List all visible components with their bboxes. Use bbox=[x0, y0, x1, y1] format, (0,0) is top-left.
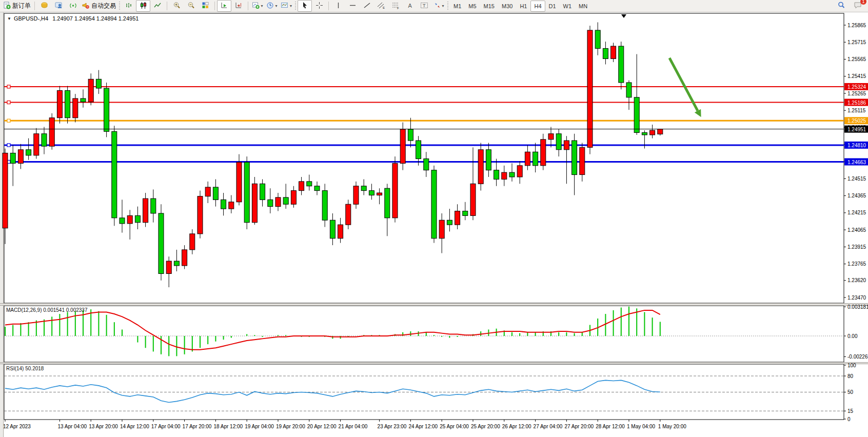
separator bbox=[34, 2, 35, 10]
fibonacci-button[interactable]: F bbox=[388, 0, 403, 12]
svg-text:1.24663: 1.24663 bbox=[847, 160, 866, 165]
chart-shift-icon bbox=[235, 2, 243, 11]
svg-text:27 Apr 20:00: 27 Apr 20:00 bbox=[564, 424, 594, 429]
svg-text:1.25715: 1.25715 bbox=[847, 39, 866, 45]
timeframe-m30[interactable]: M30 bbox=[498, 1, 516, 12]
svg-text:13 Apr 20:00: 13 Apr 20:00 bbox=[89, 424, 118, 429]
zoom-out-button[interactable] bbox=[184, 0, 198, 12]
line-chart-button[interactable] bbox=[150, 0, 165, 12]
timeframe-w1[interactable]: W1 bbox=[560, 1, 576, 12]
templates-button[interactable]: ▾ bbox=[279, 0, 293, 12]
autotrading-button[interactable]: 自动交易 bbox=[80, 0, 117, 12]
svg-text:100: 100 bbox=[847, 363, 856, 368]
zoom-in-icon bbox=[173, 2, 181, 11]
svg-text:1.24951: 1.24951 bbox=[847, 127, 866, 132]
timeframe-mn[interactable]: MN bbox=[575, 1, 591, 12]
vertical-line-icon bbox=[335, 2, 342, 11]
timeframe-m1[interactable]: M1 bbox=[450, 1, 465, 12]
chart-shift-button[interactable] bbox=[231, 0, 246, 12]
gold-package-button[interactable] bbox=[37, 0, 51, 12]
zoom-out-icon bbox=[187, 2, 195, 11]
main-toolbar: 新订单 自动交易 ▾ ▾ bbox=[0, 0, 868, 12]
autotrading-label: 自动交易 bbox=[91, 2, 116, 10]
arrows-icon bbox=[433, 2, 441, 11]
horizontal-line-button[interactable] bbox=[345, 0, 360, 12]
svg-text:1.25115: 1.25115 bbox=[847, 108, 866, 113]
new-order-icon bbox=[3, 2, 11, 11]
timeframe-m5[interactable]: M5 bbox=[465, 1, 480, 12]
svg-text:1.24065: 1.24065 bbox=[847, 227, 866, 233]
text-label-button[interactable]: T bbox=[417, 0, 431, 12]
chart-canvas[interactable]: 1.258651.257151.255651.254151.252651.251… bbox=[0, 12, 868, 437]
svg-text:1.24515: 1.24515 bbox=[847, 176, 866, 182]
auto-scroll-button[interactable] bbox=[217, 0, 231, 12]
new-order-button[interactable]: 新订单 bbox=[2, 0, 32, 12]
svg-text:1.25565: 1.25565 bbox=[847, 56, 866, 62]
chevron-down-icon[interactable]: ▼ bbox=[7, 16, 11, 21]
tester-button[interactable] bbox=[51, 0, 66, 12]
signal-icon bbox=[69, 2, 77, 11]
tile-windows-icon bbox=[202, 2, 209, 11]
timeframe-h4[interactable]: H4 bbox=[530, 1, 545, 12]
svg-text:14 Apr 12:00: 14 Apr 12:00 bbox=[120, 424, 149, 429]
tile-windows-button[interactable] bbox=[198, 0, 212, 12]
separator bbox=[248, 2, 248, 10]
svg-text:17 Apr 20:00: 17 Apr 20:00 bbox=[183, 424, 212, 429]
arrows-button[interactable]: ▾ bbox=[431, 0, 446, 12]
auto-scroll-icon bbox=[221, 2, 228, 11]
price-badge-1.25186: 1.25186 bbox=[844, 99, 868, 106]
price-badge-1.24951: 1.24951 bbox=[844, 126, 868, 133]
chevron-down-icon: ▾ bbox=[442, 4, 444, 8]
gold-package-icon bbox=[41, 2, 48, 11]
zoom-in-button[interactable] bbox=[169, 0, 184, 12]
candlestick-icon bbox=[140, 2, 147, 11]
bar-chart-button[interactable] bbox=[122, 0, 136, 12]
svg-text:23 Apr 23:00: 23 Apr 23:00 bbox=[378, 424, 407, 429]
indicators-icon bbox=[252, 2, 260, 11]
svg-text:1.23470: 1.23470 bbox=[847, 295, 866, 301]
crosshair-button[interactable] bbox=[312, 0, 326, 12]
svg-text:-0.00226: -0.00226 bbox=[847, 354, 868, 360]
price-badge-1.25324: 1.25324 bbox=[844, 83, 868, 90]
rsi-label: RSI(14) 50.2018 bbox=[6, 366, 44, 371]
main-price-pane[interactable] bbox=[4, 13, 844, 303]
candlestick-chart-button[interactable] bbox=[136, 0, 150, 12]
cursor-button[interactable] bbox=[298, 0, 312, 12]
svg-text:80: 80 bbox=[847, 373, 854, 379]
timeframe-m15[interactable]: M15 bbox=[480, 1, 498, 12]
chevron-down-icon: ▾ bbox=[275, 4, 277, 8]
svg-text:1 May 04:00: 1 May 04:00 bbox=[627, 424, 655, 429]
chart-ohlc-values: 1.24907 1.24954 1.24894 1.24951 bbox=[52, 15, 139, 22]
clock-icon bbox=[266, 2, 274, 11]
search-button[interactable] bbox=[834, 0, 849, 12]
signals-button[interactable] bbox=[66, 0, 80, 12]
toolbar-grip bbox=[447, 2, 448, 10]
toolbar-grip bbox=[119, 2, 120, 10]
autotrading-speaker-icon bbox=[82, 2, 90, 11]
timeframe-h1[interactable]: H1 bbox=[516, 1, 530, 12]
svg-text:1.24365: 1.24365 bbox=[847, 193, 866, 198]
text-button[interactable]: A bbox=[403, 0, 417, 12]
indicators-button[interactable]: ▾ bbox=[250, 0, 265, 12]
periods-button[interactable]: ▾ bbox=[265, 0, 279, 12]
macd-pane[interactable] bbox=[4, 306, 844, 362]
svg-text:28 Apr 12:00: 28 Apr 12:00 bbox=[596, 424, 625, 429]
svg-text:15: 15 bbox=[847, 408, 854, 414]
cursor-icon bbox=[301, 2, 309, 11]
vertical-line-button[interactable] bbox=[331, 0, 345, 12]
trendline-button[interactable] bbox=[360, 0, 374, 12]
svg-text:19 Apr 04:00: 19 Apr 04:00 bbox=[245, 424, 274, 429]
notification-badge: 1 bbox=[860, 0, 866, 5]
svg-text:T: T bbox=[423, 3, 426, 8]
svg-text:27 Apr 04:00: 27 Apr 04:00 bbox=[534, 424, 563, 429]
chevron-down-icon: ▾ bbox=[261, 4, 263, 8]
rsi-pane[interactable] bbox=[4, 364, 844, 420]
svg-text:1.25265: 1.25265 bbox=[847, 91, 866, 96]
notifications-button[interactable]: 1 bbox=[851, 0, 865, 12]
svg-text:17 Apr 04:00: 17 Apr 04:00 bbox=[151, 424, 181, 429]
channel-button[interactable]: E bbox=[374, 0, 388, 12]
person-chart-icon bbox=[55, 2, 63, 11]
timeframe-d1[interactable]: D1 bbox=[545, 1, 560, 12]
svg-text:0.003181: 0.003181 bbox=[847, 304, 868, 310]
svg-text:1.25324: 1.25324 bbox=[847, 84, 866, 90]
